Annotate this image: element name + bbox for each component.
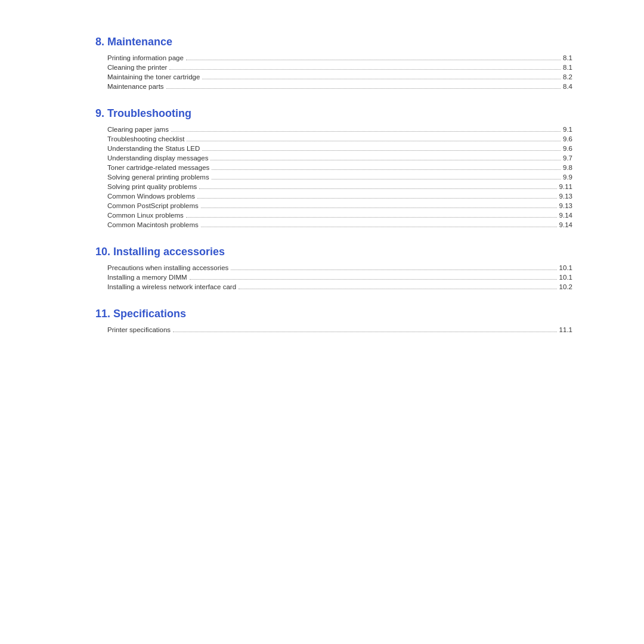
entry-dots xyxy=(190,279,557,280)
entry-dots xyxy=(202,79,561,79)
section-maintenance: 8. MaintenancePrinting information page8… xyxy=(95,36,572,91)
toc-entry: Common Windows problems9.13 xyxy=(107,193,572,200)
section-troubleshooting: 9. TroubleshootingClearing paper jams9.1… xyxy=(95,107,572,229)
entry-page: 8.4 xyxy=(563,83,572,90)
entry-dots xyxy=(212,179,561,179)
toc-entry: Clearing paper jams9.1 xyxy=(107,126,572,134)
entry-label: Installing a wireless network interface … xyxy=(107,283,236,290)
entry-label: Cleaning the printer xyxy=(107,64,167,71)
entry-page: 9.1 xyxy=(563,126,572,133)
entry-page: 10.1 xyxy=(559,274,572,281)
entry-dots xyxy=(186,217,557,218)
entry-dots xyxy=(210,160,561,160)
toc-entries-troubleshooting: Clearing paper jams9.1Troubleshooting ch… xyxy=(107,126,572,229)
entry-page: 9.13 xyxy=(559,202,572,209)
entry-page: 8.1 xyxy=(563,64,572,71)
toc-entry: Common Macintosh problems9.14 xyxy=(107,221,572,229)
entry-page: 9.6 xyxy=(563,135,572,143)
toc-entry: Solving print quality problems9.11 xyxy=(107,183,572,191)
entry-dots xyxy=(197,198,557,199)
entry-page: 11.1 xyxy=(559,326,572,333)
toc-entry: Maintaining the toner cartridge8.2 xyxy=(107,73,572,81)
section-title-troubleshooting: 9. Troubleshooting xyxy=(95,107,572,120)
toc-entry: Maintenance parts8.4 xyxy=(107,83,572,91)
section-installing-accessories: 10. Installing accessoriesPrecautions wh… xyxy=(95,246,572,291)
toc-entry: Understanding the Status LED9.6 xyxy=(107,145,572,153)
entry-dots xyxy=(186,60,561,60)
entry-label: Solving print quality problems xyxy=(107,183,197,190)
toc-entry: Precautions when installing accessories1… xyxy=(107,264,572,272)
entry-dots xyxy=(231,270,556,270)
entry-page: 8.1 xyxy=(563,54,572,61)
entry-dots xyxy=(239,289,557,289)
entry-label: Troubleshooting checklist xyxy=(107,135,184,143)
entry-label: Understanding the Status LED xyxy=(107,145,200,152)
entry-dots xyxy=(171,131,561,132)
entry-label: Printer specifications xyxy=(107,326,171,333)
entry-label: Common PostScript problems xyxy=(107,202,199,209)
page: 8. MaintenancePrinting information page8… xyxy=(0,0,644,644)
toc-entry: Installing a memory DIMM10.1 xyxy=(107,274,572,281)
entry-label: Understanding display messages xyxy=(107,154,208,162)
entry-dots xyxy=(201,227,557,227)
entry-label: Installing a memory DIMM xyxy=(107,274,187,281)
toc-entry: Solving general printing problems9.9 xyxy=(107,174,572,181)
entry-dots xyxy=(199,188,556,189)
entry-dots xyxy=(169,69,561,70)
entry-dots xyxy=(187,141,561,141)
entry-page: 9.7 xyxy=(563,154,572,162)
toc-entry: Troubleshooting checklist9.6 xyxy=(107,135,572,143)
toc-entries-installing-accessories: Precautions when installing accessories1… xyxy=(107,264,572,291)
toc-entry: Common PostScript problems9.13 xyxy=(107,202,572,210)
entry-page: 9.6 xyxy=(563,145,572,152)
entry-dots xyxy=(202,150,561,151)
toc-entry: Printing information page8.1 xyxy=(107,54,572,62)
entry-dots xyxy=(201,208,557,208)
section-title-specifications: 11. Specifications xyxy=(95,308,572,320)
entry-dots xyxy=(173,332,557,332)
toc-entry: Understanding display messages9.7 xyxy=(107,154,572,162)
entry-page: 9.11 xyxy=(559,183,572,190)
entry-label: Maintenance parts xyxy=(107,83,164,90)
entry-page: 8.2 xyxy=(563,73,572,80)
toc-entries-specifications: Printer specifications11.1 xyxy=(107,326,572,334)
entry-label: Common Macintosh problems xyxy=(107,221,199,228)
entry-dots xyxy=(212,169,561,170)
entry-label: Precautions when installing accessories xyxy=(107,264,228,271)
entry-label: Clearing paper jams xyxy=(107,126,169,133)
toc-entry: Toner cartridge-related messages9.8 xyxy=(107,164,572,172)
entry-label: Maintaining the toner cartridge xyxy=(107,73,200,80)
toc-entry: Printer specifications11.1 xyxy=(107,326,572,334)
toc-entry: Cleaning the printer8.1 xyxy=(107,64,572,72)
section-title-installing-accessories: 10. Installing accessories xyxy=(95,246,572,258)
entry-page: 10.1 xyxy=(559,264,572,271)
entry-page: 9.14 xyxy=(559,212,572,219)
entry-label: Toner cartridge-related messages xyxy=(107,164,209,171)
entry-label: Common Linux problems xyxy=(107,212,184,219)
entry-page: 10.2 xyxy=(559,283,572,290)
toc-entry: Installing a wireless network interface … xyxy=(107,283,572,291)
entry-page: 9.13 xyxy=(559,193,572,200)
entry-page: 9.14 xyxy=(559,221,572,228)
entry-dots xyxy=(166,88,561,89)
section-title-maintenance: 8. Maintenance xyxy=(95,36,572,48)
toc-entries-maintenance: Printing information page8.1Cleaning the… xyxy=(107,54,572,91)
section-specifications: 11. SpecificationsPrinter specifications… xyxy=(95,308,572,334)
entry-page: 9.8 xyxy=(563,164,572,171)
entry-page: 9.9 xyxy=(563,174,572,181)
entry-label: Printing information page xyxy=(107,54,184,61)
entry-label: Common Windows problems xyxy=(107,193,195,200)
entry-label: Solving general printing problems xyxy=(107,174,209,181)
toc-entry: Common Linux problems9.14 xyxy=(107,212,572,219)
